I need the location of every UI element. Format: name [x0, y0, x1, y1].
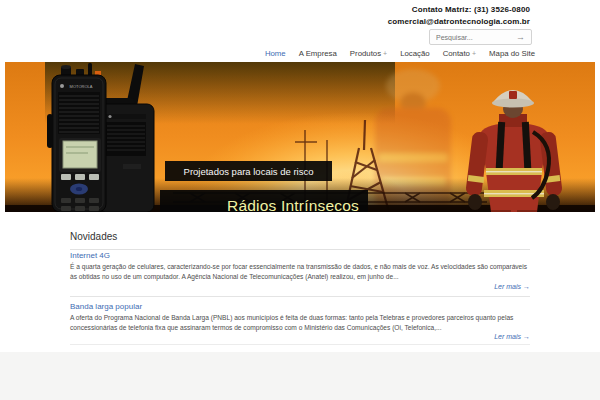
- news-item-title[interactable]: Internet 4G: [70, 251, 110, 260]
- news-item-title[interactable]: Banda larga popular: [70, 302, 142, 311]
- hero-banner: MOTOROLA: [5, 62, 595, 212]
- contact-email[interactable]: comercial@datrontecnologia.com.br: [388, 17, 530, 26]
- nav-item-home[interactable]: Home: [265, 49, 286, 58]
- header-search-box: →: [429, 29, 532, 45]
- contact-phone: Contato Matriz: (31) 3526-0800: [412, 5, 530, 14]
- search-submit-arrow-icon[interactable]: →: [516, 33, 525, 42]
- news-divider: [70, 296, 530, 297]
- news-item-excerpt: A oferta do Programa Nacional de Banda L…: [70, 313, 530, 333]
- news-item-excerpt: É a quarta geração de celulares, caracte…: [70, 262, 530, 282]
- hero-tagline: Projetados para locais de risco: [165, 161, 332, 181]
- content-bottom-divider: [70, 344, 530, 345]
- radio-icon: MOTOROLA: [47, 63, 106, 212]
- news-section-heading: Novidades: [70, 231, 530, 250]
- main-nav: Home A Empresa Produtos+ Locação Contato…: [265, 49, 535, 58]
- page: Contato Matriz: (31) 3526-0800 comercial…: [0, 0, 600, 400]
- read-more-link[interactable]: Ler mais →: [70, 333, 530, 340]
- submenu-plus-icon: +: [472, 50, 476, 57]
- nav-item-produtos[interactable]: Produtos+: [350, 49, 387, 58]
- hero-title: Rádios Intrínsecos: [160, 190, 368, 212]
- footer: Pesquisar Pesquisar por:: [0, 352, 600, 400]
- radio-brand-text: MOTOROLA: [70, 84, 93, 89]
- submenu-plus-icon: +: [383, 50, 387, 57]
- nav-item-contato[interactable]: Contato+: [443, 49, 476, 58]
- read-more-link[interactable]: Ler mais →: [70, 283, 530, 290]
- nav-item-locacao[interactable]: Locação: [400, 49, 429, 58]
- header-search-input[interactable]: [436, 34, 516, 41]
- nav-item-a-empresa[interactable]: A Empresa: [299, 49, 337, 58]
- nav-item-mapa-do-site[interactable]: Mapa do Site: [489, 49, 535, 58]
